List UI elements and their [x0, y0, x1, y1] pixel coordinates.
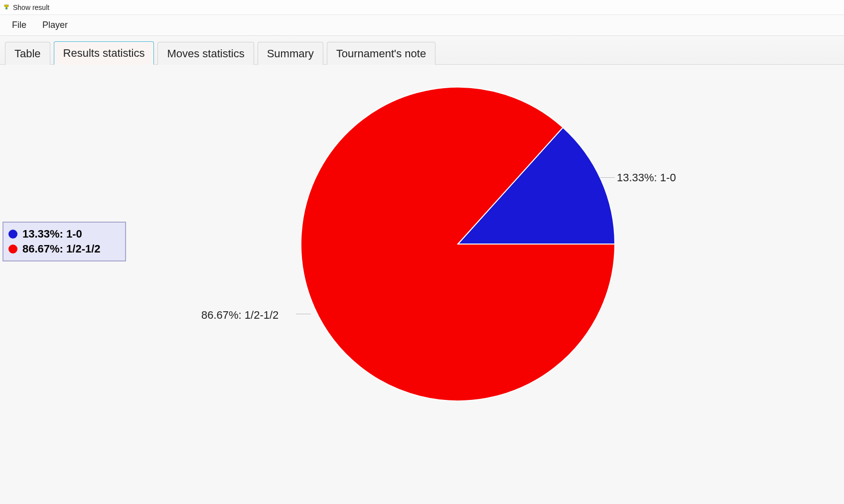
leader-line	[296, 314, 311, 314]
tab-moves-statistics[interactable]: Moves statistics	[157, 42, 254, 65]
legend-item-label: 86.67%: 1/2-1/2	[22, 243, 101, 255]
tab-summary[interactable]: Summary	[258, 42, 323, 65]
trophy-icon	[3, 4, 10, 11]
slice-label-right: 13.33%: 1-0	[617, 171, 676, 184]
tab-results-statistics[interactable]: Results statistics	[54, 41, 154, 65]
pie-chart	[301, 87, 615, 401]
title-bar: Show result	[0, 0, 844, 15]
menu-bar: File Player	[0, 15, 844, 36]
menu-player[interactable]: Player	[41, 18, 69, 32]
legend-item: 86.67%: 1/2-1/2	[8, 242, 120, 256]
tab-tournament-note[interactable]: Tournament's note	[327, 42, 435, 65]
legend-item: 13.33%: 1-0	[8, 227, 120, 242]
tab-table[interactable]: Table	[5, 42, 50, 65]
legend-dot-icon	[8, 230, 17, 239]
tab-strip: Table Results statistics Moves statistic…	[0, 36, 844, 65]
content-area: 13.33%: 1-0 86.67%: 1/2-1/2 13.33%: 1-0 …	[0, 65, 844, 504]
slice-label-left: 86.67%: 1/2-1/2	[201, 309, 279, 322]
menu-file[interactable]: File	[11, 18, 27, 32]
legend-box: 13.33%: 1-0 86.67%: 1/2-1/2	[2, 222, 126, 261]
legend-item-label: 13.33%: 1-0	[22, 228, 82, 241]
legend-dot-icon	[8, 245, 17, 253]
window-title: Show result	[13, 3, 49, 11]
leader-line	[600, 177, 615, 178]
